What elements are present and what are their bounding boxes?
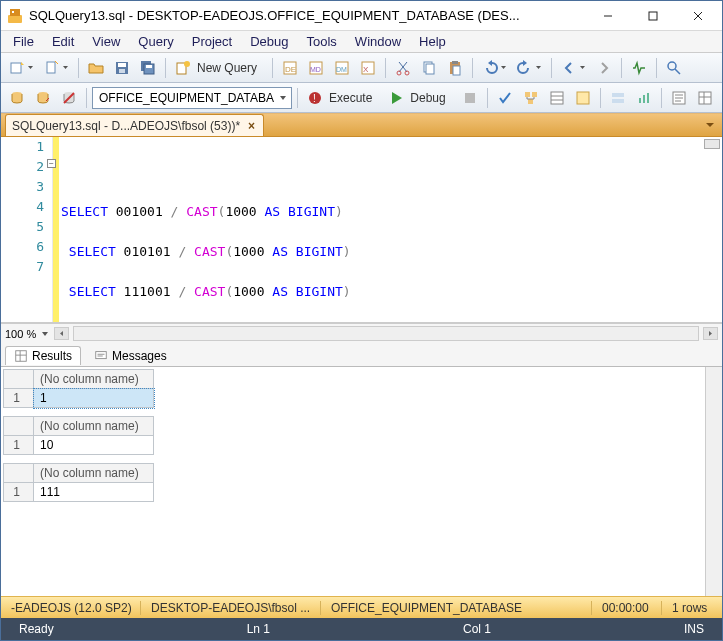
nav-back-button[interactable]	[557, 57, 590, 79]
find-button[interactable]	[662, 57, 686, 79]
copy-button[interactable]	[417, 57, 441, 79]
svg-rect-51	[643, 95, 645, 103]
svg-rect-10	[118, 63, 126, 67]
svg-text:!: !	[313, 93, 316, 104]
results-tab[interactable]: Results	[5, 346, 81, 365]
split-handle[interactable]	[704, 139, 720, 149]
code-area[interactable]: − SELECT 001001 / CAST(1000 AS BIGINT) S…	[59, 137, 722, 322]
dmx-query-button[interactable]: DM	[330, 57, 354, 79]
menu-edit[interactable]: Edit	[44, 32, 82, 51]
disconnect-button[interactable]	[57, 87, 81, 109]
table-row[interactable]: 11	[4, 389, 154, 408]
hscroll-right[interactable]	[703, 327, 718, 340]
column-header[interactable]: (No column name)	[34, 417, 154, 436]
svg-point-32	[668, 62, 676, 70]
column-header[interactable]: (No column name)	[34, 370, 154, 389]
svg-rect-42	[532, 92, 537, 97]
results-tab-strip: Results Messages	[1, 343, 722, 367]
svg-text:MD: MD	[310, 66, 321, 73]
new-query-button[interactable]: New Query	[171, 57, 267, 79]
svg-text:DM: DM	[336, 66, 347, 73]
menu-debug[interactable]: Debug	[242, 32, 296, 51]
outline-toggle[interactable]: −	[47, 159, 56, 168]
result-set: (No column name)110	[3, 416, 720, 455]
activity-monitor-button[interactable]	[627, 57, 651, 79]
document-tab[interactable]: SQLQuery13.sql - D...ADEOJS\fbsol (53))*…	[5, 114, 264, 136]
svg-rect-11	[119, 69, 125, 73]
menu-query[interactable]: Query	[130, 32, 181, 51]
cancel-query-button[interactable]	[458, 87, 482, 109]
open-button[interactable]	[84, 57, 108, 79]
query-options-button[interactable]	[545, 87, 569, 109]
result-grid[interactable]: (No column name)11	[3, 369, 154, 408]
menu-tools[interactable]: Tools	[299, 32, 345, 51]
result-grid[interactable]: (No column name)1111	[3, 463, 154, 502]
xmla-query-button[interactable]: X	[356, 57, 380, 79]
zoom-level[interactable]: 100 %	[5, 328, 36, 340]
chevron-down-icon[interactable]	[40, 329, 50, 339]
save-button[interactable]	[110, 57, 134, 79]
result-cell[interactable]: 1	[34, 389, 154, 408]
results-to-grid-button[interactable]	[693, 87, 717, 109]
parse-button[interactable]	[493, 87, 517, 109]
status-col: Col 1	[453, 622, 501, 636]
redo-button[interactable]	[513, 57, 546, 79]
rows-cell: 1 rows	[662, 601, 722, 615]
results-body: (No column name)11 (No column name)110 (…	[1, 367, 722, 596]
column-header[interactable]: (No column name)	[34, 464, 154, 483]
status-line: Ln 1	[237, 622, 280, 636]
close-button[interactable]	[675, 2, 720, 30]
result-cell[interactable]: 10	[34, 436, 154, 455]
execute-icon: !	[307, 90, 323, 106]
menu-project[interactable]: Project	[184, 32, 240, 51]
intellisense-button[interactable]	[571, 87, 595, 109]
add-item-button[interactable]	[40, 57, 73, 79]
svg-rect-31	[453, 66, 460, 75]
new-project-button[interactable]	[5, 57, 38, 79]
execute-button[interactable]: ! Execute	[303, 87, 382, 109]
status-ready: Ready	[9, 622, 64, 636]
estimated-plan-button[interactable]	[519, 87, 543, 109]
messages-icon	[94, 349, 108, 363]
svg-rect-60	[16, 351, 27, 362]
debug-button[interactable]: Debug	[384, 87, 455, 109]
menu-view[interactable]: View	[84, 32, 128, 51]
minimize-button[interactable]	[585, 2, 630, 30]
tab-close-button[interactable]: ×	[246, 119, 257, 133]
messages-tab[interactable]: Messages	[85, 346, 176, 365]
svg-rect-40	[465, 93, 475, 103]
de-query-button[interactable]: DE	[278, 57, 302, 79]
cut-button[interactable]	[391, 57, 415, 79]
undo-button[interactable]	[478, 57, 511, 79]
result-cell[interactable]: 111	[34, 483, 154, 502]
save-all-button[interactable]	[136, 57, 160, 79]
code-editor[interactable]: 1234567 − SELECT 001001 / CAST(1000 AS B…	[1, 137, 722, 323]
table-row[interactable]: 110	[4, 436, 154, 455]
menu-help[interactable]: Help	[411, 32, 454, 51]
database-cell: OFFICE_EQUIPMENT_DATABASE	[321, 601, 592, 615]
paste-button[interactable]	[443, 57, 467, 79]
nav-fwd-button[interactable]	[592, 57, 616, 79]
line-gutter: 1234567	[1, 137, 53, 322]
dropdown-tabs-icon[interactable]	[702, 117, 718, 133]
results-to-text-button[interactable]	[667, 87, 691, 109]
svg-text:DE: DE	[285, 65, 296, 74]
mdx-query-button[interactable]: MD	[304, 57, 328, 79]
hscroll-left[interactable]	[54, 327, 69, 340]
table-row[interactable]: 1111	[4, 483, 154, 502]
connect-button[interactable]	[5, 87, 29, 109]
result-grid[interactable]: (No column name)110	[3, 416, 154, 455]
results-vscroll[interactable]	[705, 367, 722, 596]
svg-rect-1	[10, 9, 20, 16]
change-connection-button[interactable]	[31, 87, 55, 109]
maximize-button[interactable]	[630, 2, 675, 30]
menu-bar: File Edit View Query Project Debug Tools…	[1, 31, 722, 53]
menu-file[interactable]: File	[5, 32, 42, 51]
document-tab-strip: SQLQuery13.sql - D...ADEOJS\fbsol (53))*…	[1, 113, 722, 137]
database-selector[interactable]: OFFICE_EQUIPMENT_DATABA	[92, 87, 292, 109]
include-plan-button[interactable]	[606, 87, 630, 109]
hscroll-track[interactable]	[73, 326, 699, 341]
svg-rect-49	[612, 99, 624, 103]
include-stats-button[interactable]	[632, 87, 656, 109]
menu-window[interactable]: Window	[347, 32, 409, 51]
